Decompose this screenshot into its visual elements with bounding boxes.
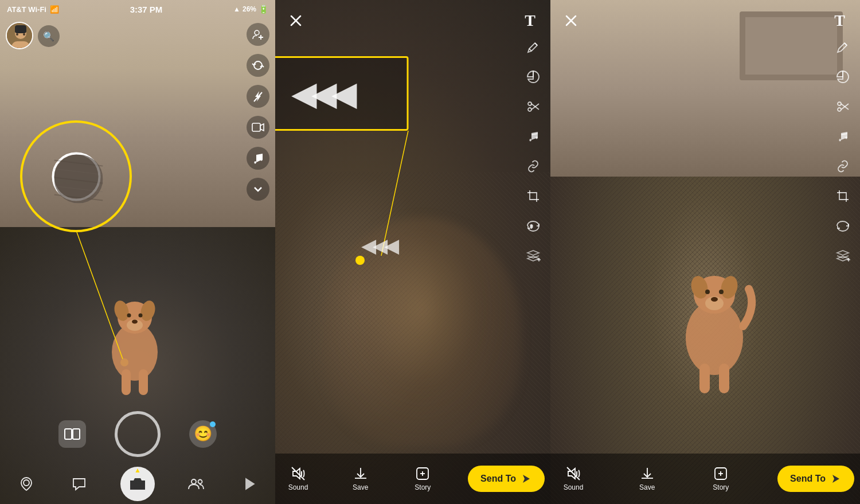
svg-point-48 xyxy=(528,108,531,111)
editor-top-bar: T xyxy=(275,0,550,41)
editor-bottom-bar: Sound Save Story Send To xyxy=(275,454,550,504)
preview-close-button[interactable] xyxy=(560,9,583,32)
flash-button[interactable] xyxy=(247,85,269,108)
blurry-dog-motion xyxy=(321,217,522,447)
preview-story-label: Story xyxy=(713,483,729,491)
svg-marker-12 xyxy=(260,124,264,131)
preview-music-tool[interactable] xyxy=(830,124,855,149)
svg-rect-31 xyxy=(65,429,72,439)
svg-rect-32 xyxy=(73,429,80,439)
layers-tool-button[interactable] xyxy=(521,243,546,268)
shutter-row: 😊 xyxy=(0,407,275,461)
sticker-tool-button[interactable] xyxy=(521,64,546,89)
preview-loop-tool[interactable] xyxy=(830,213,855,239)
svg-point-28 xyxy=(132,320,138,324)
svg-marker-91 xyxy=(832,475,839,483)
send-to-button[interactable]: Send To xyxy=(468,466,545,492)
svg-point-5 xyxy=(23,33,25,36)
svg-rect-73 xyxy=(699,364,710,393)
preview-crop-tool[interactable] xyxy=(830,183,855,209)
story-label: Story xyxy=(415,483,431,491)
memories-button[interactable] xyxy=(58,420,86,448)
music-tool-button[interactable] xyxy=(521,124,546,149)
preview-save-action[interactable]: Save xyxy=(630,466,664,491)
preview-sticker-tool[interactable] xyxy=(830,64,855,89)
preview-dog-silhouette xyxy=(669,246,760,395)
svg-point-35 xyxy=(136,483,139,487)
story-action[interactable]: Story xyxy=(405,466,440,491)
editor-panel: T ◀◀◀ ◀◀◀ xyxy=(275,0,550,504)
save-action[interactable]: Save xyxy=(343,466,378,491)
svg-point-79 xyxy=(838,108,841,111)
notification-dot xyxy=(210,421,216,427)
music-button[interactable] xyxy=(247,147,269,170)
status-right: ▲ 26% 🔋 xyxy=(233,5,268,14)
carrier-text: AT&T Wi-Fi xyxy=(7,5,46,14)
more-options-button[interactable] xyxy=(247,178,269,201)
rewind-icon-large: ◀◀◀ xyxy=(291,74,351,113)
svg-rect-11 xyxy=(252,123,260,131)
preview-text-tool-button[interactable]: T xyxy=(828,11,851,30)
status-bar: AT&T Wi-Fi 📶 3:37 PM ▲ 26% 🔋 xyxy=(0,0,275,18)
loop-tool-button[interactable]: $ xyxy=(521,213,546,239)
avatar[interactable] xyxy=(6,22,33,49)
nav-map[interactable] xyxy=(15,472,38,495)
zoom-circle xyxy=(20,120,132,232)
preview-bottom-bar: Sound Save Story Send To xyxy=(550,454,860,504)
svg-point-37 xyxy=(198,480,202,484)
camera-top-controls xyxy=(247,23,269,201)
nav-stories[interactable] xyxy=(237,472,260,495)
svg-line-45 xyxy=(535,43,537,45)
svg-rect-30 xyxy=(139,369,148,395)
preview-send-to-button[interactable]: Send To xyxy=(777,466,854,492)
wifi-icon: 📶 xyxy=(50,5,59,14)
svg-marker-38 xyxy=(246,479,254,489)
svg-point-71 xyxy=(719,290,724,294)
preview-sound-action[interactable]: Sound xyxy=(556,466,591,491)
camera-panel: AT&T Wi-Fi 📶 3:37 PM ▲ 26% 🔋 🔍 xyxy=(0,0,275,504)
video-filter-button[interactable] xyxy=(247,116,269,139)
link-tool-button[interactable] xyxy=(521,154,546,179)
search-button[interactable]: 🔍 xyxy=(38,25,60,47)
editor-close-button[interactable] xyxy=(284,9,307,32)
svg-rect-29 xyxy=(122,369,131,395)
shutter-button[interactable] xyxy=(115,411,161,457)
editor-text-tool-button[interactable]: T xyxy=(519,11,541,30)
scissors-tool-button[interactable] xyxy=(521,94,546,119)
preview-story-action[interactable]: Story xyxy=(703,466,738,491)
svg-line-77 xyxy=(845,43,847,45)
preview-link-tool[interactable] xyxy=(830,154,855,179)
flip-camera-button[interactable] xyxy=(247,54,269,77)
camera-indicator: ▲ xyxy=(134,466,141,474)
svg-point-47 xyxy=(528,102,531,106)
svg-point-78 xyxy=(838,102,841,106)
rewind-sticker[interactable]: ◀◀◀ xyxy=(275,56,409,131)
dog-silhouette xyxy=(97,272,172,398)
svg-line-46 xyxy=(529,49,531,51)
sticker-handle-dot[interactable] xyxy=(355,256,365,265)
nav-friends[interactable] xyxy=(185,472,208,495)
svg-rect-74 xyxy=(719,364,729,393)
emoji-button[interactable]: 😊 xyxy=(189,420,217,448)
svg-point-26 xyxy=(127,314,131,318)
nav-chat[interactable] xyxy=(68,472,91,495)
add-friend-button[interactable] xyxy=(247,23,269,46)
signal-bars: ▲ xyxy=(233,5,240,13)
svg-point-36 xyxy=(191,479,196,484)
rewind-icon-small: ◀◀◀ xyxy=(361,234,396,257)
preview-layers-tool[interactable] xyxy=(830,243,855,268)
preview-draw-tool[interactable] xyxy=(830,34,855,60)
time-text: 3:37 PM xyxy=(130,5,163,14)
editor-tools-panel: $ xyxy=(521,34,546,268)
crop-tool-button[interactable] xyxy=(521,183,546,209)
preview-scissors-tool[interactable] xyxy=(830,94,855,119)
svg-point-4 xyxy=(16,33,18,36)
svg-marker-61 xyxy=(523,475,530,483)
sound-label: Sound xyxy=(288,483,308,491)
sound-action[interactable]: Sound xyxy=(281,466,315,491)
svg-point-27 xyxy=(139,314,143,318)
svg-rect-3 xyxy=(15,25,26,33)
draw-tool-button[interactable] xyxy=(521,34,546,60)
search-icon: 🔍 xyxy=(43,31,54,42)
status-left: AT&T Wi-Fi 📶 xyxy=(7,5,59,14)
